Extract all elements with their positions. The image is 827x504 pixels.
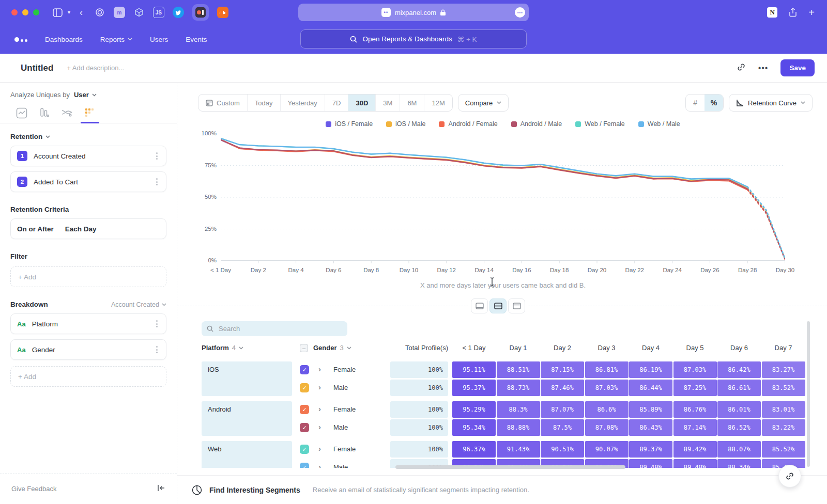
step-options-icon[interactable] xyxy=(154,176,160,187)
column-platform[interactable]: Platform 4 xyxy=(202,344,243,352)
retention-step-2[interactable]: 2Added To Cart xyxy=(10,171,166,192)
table-row[interactable]: ✓›Male100%95.37%88.73%87.46%87.03%86.44%… xyxy=(177,380,827,396)
tab-favicon-cube[interactable] xyxy=(133,7,145,18)
breakdown-options-icon[interactable] xyxy=(154,318,160,329)
retention-section-label[interactable]: Retention xyxy=(10,133,166,140)
series-checkbox[interactable]: ✓ xyxy=(300,405,309,414)
legend-item[interactable]: Android / Male xyxy=(511,120,562,128)
breakdown-scope-selector[interactable]: Account Created xyxy=(111,301,166,308)
range-30d[interactable]: 30D xyxy=(348,94,375,111)
breakdown-item-platform[interactable]: AaPlatform xyxy=(10,313,166,334)
expand-chevron-icon[interactable]: › xyxy=(318,404,321,413)
retention-step-1[interactable]: 1Account Created xyxy=(10,146,166,166)
select-all-checkbox[interactable]: – xyxy=(300,344,308,352)
breakdown-item-gender[interactable]: AaGender xyxy=(10,339,166,360)
table-search[interactable] xyxy=(202,321,347,336)
layout-split-button[interactable] xyxy=(489,298,507,313)
page-title[interactable]: Untitled xyxy=(21,63,53,73)
segments-title[interactable]: Find Interesting Segments xyxy=(209,486,300,494)
share-icon[interactable] xyxy=(789,8,797,17)
series-checkbox[interactable]: ✓ xyxy=(300,463,309,468)
column-day-header[interactable]: Day 2 xyxy=(541,344,584,352)
chart-type-selector[interactable]: Retention Curve xyxy=(729,94,813,112)
retention-line-chart[interactable] xyxy=(221,134,785,264)
give-feedback-link[interactable]: Give Feedback xyxy=(11,485,56,493)
tab-retention[interactable] xyxy=(84,107,96,119)
legend-item[interactable]: iOS / Male xyxy=(386,120,425,128)
range-today[interactable]: Today xyxy=(247,94,280,111)
column-day-header[interactable]: Day 1 xyxy=(497,344,540,352)
add-filter-button[interactable]: + Add xyxy=(10,266,166,287)
expand-chevron-icon[interactable]: › xyxy=(318,444,321,453)
toggle-percent[interactable]: % xyxy=(705,94,723,111)
expand-chevron-icon[interactable]: › xyxy=(318,462,321,468)
copy-link-icon[interactable] xyxy=(737,62,746,74)
maximize-window-button[interactable] xyxy=(33,9,39,15)
range-7d[interactable]: 7D xyxy=(325,94,348,111)
tab-favicon-active[interactable] xyxy=(192,4,209,21)
layout-table-only-button[interactable] xyxy=(508,298,525,313)
column-day-header[interactable]: Day 7 xyxy=(762,344,805,352)
more-options-icon[interactable]: ••• xyxy=(758,64,769,73)
minimize-window-button[interactable] xyxy=(22,9,28,15)
step-options-icon[interactable] xyxy=(154,150,160,162)
url-bar[interactable]: •• mixpanel.com ⋯ xyxy=(298,4,529,21)
range-yesterday[interactable]: Yesterday xyxy=(280,94,325,111)
expand-chevron-icon[interactable]: › xyxy=(318,365,321,373)
legend-item[interactable]: Web / Male xyxy=(638,120,680,128)
add-breakdown-button[interactable]: + Add xyxy=(10,366,166,387)
legend-item[interactable]: iOS / Female xyxy=(326,120,373,128)
criteria-granularity[interactable]: Each Day xyxy=(65,225,97,233)
new-tab-icon[interactable]: + xyxy=(808,7,815,19)
collapse-sidebar-icon[interactable] xyxy=(157,484,165,494)
tab-favicon-bird[interactable] xyxy=(173,7,184,18)
column-gender[interactable]: Gender 3 xyxy=(313,344,351,352)
nav-item-dashboards[interactable]: Dashboards xyxy=(45,36,83,43)
sidebar-toggle-icon[interactable] xyxy=(53,8,63,17)
global-search-button[interactable]: Open Reports & Dashboards ⌘ + K xyxy=(300,29,527,49)
expand-chevron-icon[interactable]: › xyxy=(318,422,321,431)
column-day-header[interactable]: Day 5 xyxy=(673,344,717,352)
table-search-input[interactable] xyxy=(218,324,342,333)
nav-item-events[interactable]: Events xyxy=(186,36,207,43)
breakdown-options-icon[interactable] xyxy=(154,344,160,355)
mixpanel-logo[interactable] xyxy=(14,37,27,42)
add-description-button[interactable]: + Add description... xyxy=(67,64,124,72)
tab-favicon-cloud[interactable] xyxy=(217,7,228,18)
tab-insights[interactable] xyxy=(16,107,28,119)
table-row[interactable]: ✓›Male100%95.34%88.88%87.5%87.08%86.43%8… xyxy=(177,419,827,436)
series-checkbox[interactable]: ✓ xyxy=(300,365,309,374)
retention-criteria-selector[interactable]: On or After Each Day xyxy=(10,218,166,239)
series-checkbox[interactable]: ✓ xyxy=(300,423,309,432)
back-icon[interactable]: ‹ xyxy=(80,7,83,18)
extension-icon[interactable]: N xyxy=(767,7,777,18)
tab-favicon-js[interactable]: JS xyxy=(153,7,164,18)
tab-favicon-m[interactable]: m xyxy=(114,7,125,18)
nav-item-reports[interactable]: Reports xyxy=(100,36,132,43)
column-day-header[interactable]: Day 4 xyxy=(629,344,672,352)
close-window-button[interactable] xyxy=(11,9,18,15)
table-row[interactable]: ✓›Female100%96.37%91.43%90.51%90.07%89.3… xyxy=(177,441,827,458)
analyze-uniques-row[interactable]: Analyze Uniques by User xyxy=(0,83,177,99)
criteria-mode[interactable]: On or After xyxy=(17,225,54,233)
horizontal-scrollbar[interactable] xyxy=(395,465,625,469)
site-options-icon[interactable]: ⋯ xyxy=(515,7,525,18)
column-day-header[interactable]: Day 6 xyxy=(717,344,761,352)
table-row[interactable]: ✓›Female100%95.11%88.51%87.15%86.81%86.1… xyxy=(177,361,827,378)
range-6m[interactable]: 6M xyxy=(400,94,424,111)
legend-item[interactable]: Web / Female xyxy=(575,120,625,128)
series-checkbox[interactable]: ✓ xyxy=(300,383,309,392)
toggle-absolute[interactable]: # xyxy=(686,94,705,111)
column-day-header[interactable]: Day 3 xyxy=(585,344,629,352)
range-12m[interactable]: 12M xyxy=(424,94,452,111)
tab-flows[interactable] xyxy=(61,107,73,119)
column-day-header[interactable]: < 1 Day xyxy=(452,344,496,352)
tab-favicon-target[interactable] xyxy=(94,7,105,18)
save-button[interactable]: Save xyxy=(780,59,815,76)
table-row[interactable]: ✓›Female100%95.29%88.3%87.07%86.6%85.89%… xyxy=(177,401,827,418)
vertical-scrollbar[interactable] xyxy=(807,321,810,467)
series-checkbox[interactable]: ✓ xyxy=(300,445,309,454)
share-link-fab[interactable] xyxy=(778,465,801,487)
range-3m[interactable]: 3M xyxy=(375,94,400,111)
layout-chart-only-button[interactable] xyxy=(471,298,488,313)
